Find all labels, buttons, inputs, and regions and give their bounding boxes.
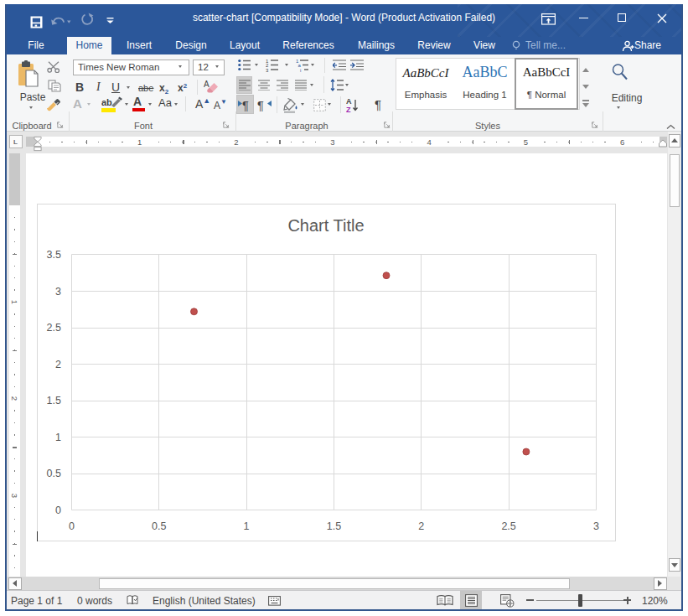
- svg-text:A: A: [204, 80, 210, 89]
- svg-text:Z: Z: [346, 106, 351, 113]
- svg-text:3: 3: [55, 286, 61, 298]
- svg-text:3: 3: [593, 520, 599, 532]
- svg-text:0: 0: [69, 520, 75, 532]
- svg-text:2: 2: [418, 520, 424, 532]
- svg-text:1: 1: [244, 520, 250, 532]
- svg-text:3.5: 3.5: [47, 249, 61, 261]
- svg-text:0: 0: [55, 505, 61, 516]
- svg-text:Chart Title: Chart Title: [287, 216, 364, 235]
- svg-text:1.5: 1.5: [327, 520, 341, 532]
- svg-text:ab: ab: [101, 97, 112, 107]
- svg-text:¶: ¶: [257, 99, 264, 112]
- svg-text:1: 1: [55, 432, 61, 443]
- svg-text:1.5: 1.5: [47, 395, 61, 406]
- svg-text:2: 2: [55, 359, 61, 370]
- svg-text:i: i: [300, 68, 301, 73]
- svg-text:¶: ¶: [242, 99, 249, 112]
- svg-text:2.5: 2.5: [47, 322, 61, 334]
- svg-text:0.5: 0.5: [152, 520, 166, 532]
- svg-text:A: A: [346, 97, 352, 106]
- svg-text:2.5: 2.5: [501, 520, 515, 532]
- svg-text:0.5: 0.5: [47, 468, 61, 479]
- svg-text:3: 3: [266, 68, 269, 73]
